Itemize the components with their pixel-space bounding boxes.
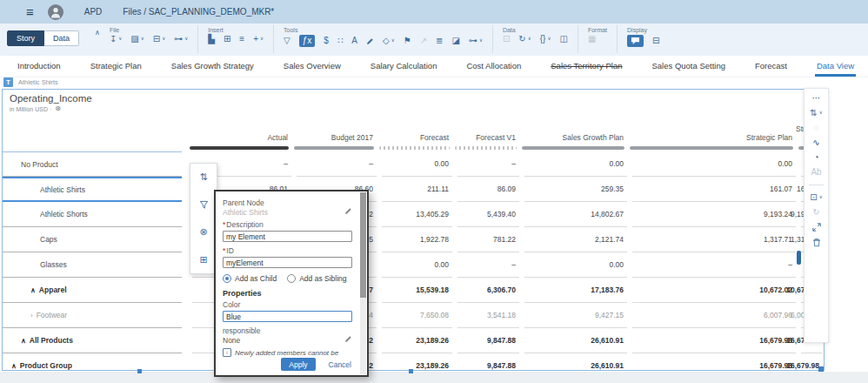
styling-icon[interactable]: ▦ xyxy=(588,35,596,44)
add-object-icon[interactable]: +∨ xyxy=(253,35,264,44)
table-icon[interactable]: ⊞ xyxy=(224,35,230,44)
duplicate-icon[interactable]: ⊟∨ xyxy=(153,35,165,44)
table-cell[interactable]: 9,847.88 xyxy=(457,328,519,353)
export-icon[interactable]: ▨∨ xyxy=(130,35,144,44)
mask-data-icon[interactable]: ◔ xyxy=(813,153,818,162)
chart-icon[interactable]: ▙ xyxy=(208,35,215,44)
table-cell[interactable]: 3,541.18 xyxy=(457,303,519,328)
row-label-athletic-shirts[interactable]: Athletic Shirts xyxy=(3,177,182,202)
fullscreen-icon[interactable] xyxy=(812,223,821,232)
table-cell[interactable]: 16,679.98 xyxy=(632,328,796,353)
paint-icon[interactable]: ◪ xyxy=(451,37,459,45)
hyperlink-icon[interactable]: ⊶∨ xyxy=(469,37,483,45)
table-cell[interactable]: 0.00 xyxy=(524,151,627,177)
breadcrumb[interactable]: Files / SAC_PLANNING_DEMO_MKR* xyxy=(123,7,274,17)
table-cell[interactable]: 14,802.67 xyxy=(524,202,627,227)
selection-handle[interactable] xyxy=(137,369,142,373)
edit-icon[interactable] xyxy=(366,37,374,45)
tab-introduction[interactable]: Introduction xyxy=(16,57,63,77)
row-label-athletic-shorts[interactable]: Athletic Shorts xyxy=(3,202,182,227)
collapse-icon[interactable]: ∧ xyxy=(21,337,26,345)
row-label-footwear[interactable]: ›Footwear xyxy=(3,303,182,328)
table-cell[interactable]: 13,405.29 xyxy=(382,202,452,227)
tab-sales-territory-plan[interactable]: Sales Territory Plan xyxy=(549,57,624,77)
table-cell[interactable]: 0.00 xyxy=(632,151,796,177)
more-actions-icon[interactable]: ⋯ xyxy=(812,94,821,103)
id-input[interactable] xyxy=(223,257,352,268)
formula-icon[interactable]: ƒx xyxy=(299,35,316,47)
table-cell[interactable]: 86.09 xyxy=(457,177,519,202)
table-cell[interactable]: 9,427.15 xyxy=(524,303,627,328)
shapes-icon[interactable]: ◇∨ xyxy=(383,37,395,45)
table-cell[interactable]: 0.00 xyxy=(524,252,627,278)
flag-icon[interactable]: ⚑ xyxy=(404,37,411,45)
row-label-no-product[interactable]: No Product xyxy=(3,151,182,177)
cell-actions-icon[interactable]: ∷ xyxy=(337,37,343,45)
table-cell[interactable]: 781.22 xyxy=(457,227,519,252)
selection-handle[interactable] xyxy=(797,251,801,265)
comment-icon[interactable] xyxy=(627,35,644,47)
table-cell[interactable]: 10,672.02 xyxy=(632,278,796,303)
table-cell[interactable]: 6,306.70 xyxy=(457,278,519,303)
edit-responsible-icon[interactable] xyxy=(344,335,352,345)
table-cell[interactable]: 7,650.08 xyxy=(382,303,452,328)
table-cell[interactable]: – xyxy=(457,252,519,278)
selection-handle[interactable] xyxy=(409,369,413,373)
jump-icon[interactable]: ↗ xyxy=(420,37,427,45)
table-cell[interactable]: 1,317.71 xyxy=(632,227,796,252)
table-cell[interactable]: 17,183.76 xyxy=(524,278,627,303)
copy-icon[interactable]: ⊡∨ xyxy=(810,193,822,202)
table-cell[interactable]: 6,007.96 xyxy=(632,303,796,328)
table-cell[interactable]: – xyxy=(297,151,377,177)
tab-sales-overview[interactable]: Sales Overview xyxy=(282,57,343,77)
tab-salary-calculation[interactable]: Salary Calculation xyxy=(369,57,439,77)
collapse-icon[interactable]: ∧ xyxy=(11,362,17,370)
table-cell[interactable]: 0.00 xyxy=(382,151,452,177)
table-cell[interactable]: 5,439.40 xyxy=(457,202,519,227)
save-icon[interactable]: ↧∨ xyxy=(110,35,122,44)
apply-button[interactable]: Apply xyxy=(281,358,315,371)
add-as-sibling-radio[interactable]: Add as Sibling xyxy=(287,274,346,283)
story-toggle-button[interactable]: Story xyxy=(7,30,44,46)
table-cell[interactable]: – xyxy=(632,252,796,278)
copy-data-icon[interactable]: ⊡ xyxy=(503,35,510,44)
smart-discovery-icon[interactable]: ∿ xyxy=(812,138,819,147)
delete-icon[interactable] xyxy=(812,238,821,247)
reset-icon[interactable]: ↻ xyxy=(812,208,819,217)
hamburger-menu-icon[interactable]: ≡ xyxy=(26,5,34,18)
tab-cost-allocation[interactable]: Cost Allocation xyxy=(464,57,523,77)
row-label-glasses[interactable]: Glasses xyxy=(3,252,182,278)
tab-sales-quota-setting[interactable]: Sales Quota Setting xyxy=(650,57,727,77)
share-icon[interactable]: ⊶∨ xyxy=(174,35,188,44)
calculation-icon[interactable]: {}∨ xyxy=(540,35,551,44)
table-cell[interactable]: 161.07 xyxy=(632,177,796,202)
dialog-scrollbar[interactable] xyxy=(360,192,366,374)
description-input[interactable] xyxy=(223,231,352,242)
expand-icon[interactable]: › xyxy=(30,312,33,319)
filter-icon[interactable]: ▽ xyxy=(284,37,290,45)
app-label[interactable]: APD xyxy=(84,7,103,17)
column-header-sales-growth-plan[interactable]: Sales Growth Plan xyxy=(519,130,627,144)
edit-parent-icon[interactable] xyxy=(344,207,352,217)
version-icon[interactable]: ◫ xyxy=(559,35,567,44)
refresh-icon[interactable]: ↻∨ xyxy=(518,35,531,44)
column-header-actual[interactable]: Actual xyxy=(187,130,291,144)
column-header-budget-2017[interactable]: Budget 2017 xyxy=(291,130,377,144)
column-header-forecast[interactable]: Forecast xyxy=(377,130,452,144)
column-header-forecast-v1[interactable]: Forecast V1 xyxy=(452,130,519,144)
abbreviate-icon[interactable]: Ab xyxy=(811,168,821,177)
filter-member-icon[interactable] xyxy=(199,200,209,210)
table-cell[interactable]: 211.11 xyxy=(382,177,452,202)
table-cell[interactable]: 26,610.91 xyxy=(524,328,627,353)
row-label-all-products[interactable]: ∧All Products xyxy=(3,328,182,353)
smart-insight-icon[interactable]: ◌ xyxy=(814,124,819,132)
table-cell[interactable]: 259.35 xyxy=(524,177,627,202)
exclude-member-icon[interactable]: ⊗ xyxy=(199,227,207,237)
currency-icon[interactable]: $ xyxy=(324,37,329,45)
text-icon[interactable]: A xyxy=(351,37,357,45)
drill-icon[interactable]: ⇅ xyxy=(199,172,207,182)
scrollbar-thumb[interactable] xyxy=(360,192,366,298)
tab-forecast[interactable]: Forecast xyxy=(753,57,789,77)
input-control-icon[interactable]: ≡ xyxy=(239,35,244,44)
collapse-icon[interactable]: ∧ xyxy=(30,286,36,294)
